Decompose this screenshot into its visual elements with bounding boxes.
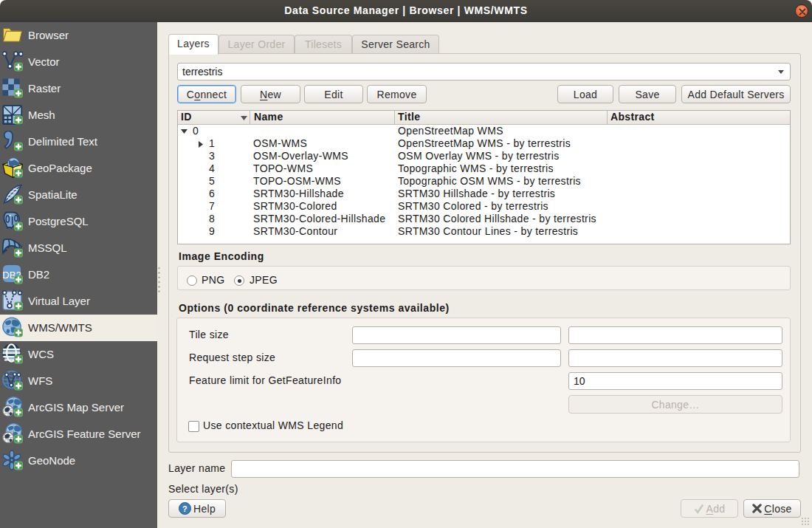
svg-text:?: ?: [182, 504, 187, 513]
